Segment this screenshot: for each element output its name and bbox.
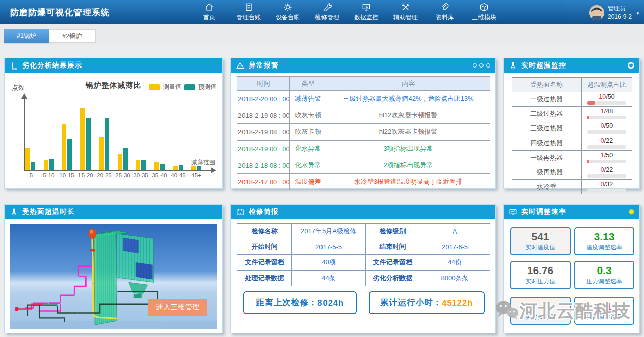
- x-tick-label: 45+: [185, 172, 207, 178]
- alarm-time-cell: 2018-2-19 00 : 00: [237, 141, 290, 157]
- maintenance-row: 文件记录留档40项文件记录留档44份: [237, 255, 490, 271]
- surface-name-cell: 一级再热器: [512, 151, 582, 165]
- boiler-3d-scene[interactable]: 进入三维管理: [10, 224, 217, 329]
- bar-group-10-15: [62, 124, 72, 170]
- overtemp-numerator: 0: [601, 122, 604, 129]
- panel-alarms-header: 异常报警: [231, 58, 495, 73]
- nav-item-home[interactable]: 首页: [196, 0, 222, 24]
- overtemp-row: 一级过热器10/50: [512, 92, 632, 107]
- nav-item-monitor[interactable]: 数据监控: [353, 0, 379, 24]
- tools-icon: [400, 2, 411, 12]
- maintenance-label-cell: 开始时间: [237, 239, 292, 255]
- nav-item-gear[interactable]: 设备台帐: [275, 0, 301, 24]
- alarm-time-cell: 2018-2-18 08 : 00: [237, 157, 290, 174]
- alarm-pager-dots[interactable]: [473, 63, 490, 68]
- rate-card-实时温度值: 541实时温度值: [510, 227, 571, 255]
- rate-label: 温度调整速率: [575, 243, 633, 252]
- rate-label: 实时压力值: [511, 277, 570, 286]
- surface-name-cell: 二级再热器: [512, 165, 582, 180]
- dashboard-root: 防磨防爆可视化管理系统 首页管理台账设备台帐检修管理数据监控辅助管理资料库三维模…: [0, 0, 644, 337]
- overtemp-numerator: 1: [601, 108, 604, 115]
- legend-label: 测量值: [163, 83, 181, 91]
- nav-item-cube[interactable]: 三维模块: [471, 0, 497, 24]
- maintenance-value-cell: 44份: [420, 255, 490, 271]
- bar-预测值: [86, 118, 91, 170]
- home-icon: [204, 2, 214, 12]
- alarm-time-cell: 2018-2-19 08 : 00: [237, 124, 290, 141]
- overtemp-numerator: 0: [601, 181, 604, 188]
- chevron-down-icon[interactable]: ▼: [636, 11, 640, 16]
- overtemp-numerator: 10: [599, 93, 606, 100]
- bar-测量值: [62, 124, 66, 170]
- panel-3d-header: 受热面超温时长: [5, 205, 222, 219]
- alarm-content-cell: 3项指标出现异常: [327, 141, 490, 157]
- rate-card-实时压力值: 16.76实时压力值: [510, 261, 571, 289]
- alarm-type-cell: 吹灰卡顿: [290, 124, 327, 141]
- button-value: 8024h: [317, 298, 344, 308]
- maintenance-table: 检修名称2017年5月A级检修检修级别A开始时间2017-5-5结束时间2017…: [237, 223, 490, 286]
- alarm-column-header: 类型: [290, 77, 327, 91]
- overtemp-row: 一级再热器1/50: [512, 151, 632, 165]
- dot-icon[interactable]: [473, 63, 477, 68]
- tab-boiler-1[interactable]: #1锅炉: [4, 29, 49, 43]
- bar-group-5-10: [44, 159, 54, 170]
- alarm-row: 2018-2-17 00 : 00温度偏差水冷壁3根管道温度明显高于临近管排: [237, 174, 490, 190]
- overtemp-ratio-cell: 0/22: [582, 165, 632, 180]
- alarm-column-header: 内容: [327, 77, 490, 91]
- radio-indicator-icon[interactable]: [628, 62, 634, 69]
- legend-swatch: [149, 84, 160, 90]
- alarm-row: 2018-2-19 08 : 00吹灰卡顿hl22吹灰器卡顿报警: [237, 124, 490, 141]
- nav-item-paperclip[interactable]: 资料库: [432, 0, 458, 24]
- surface-name-cell: 三级过热器: [512, 121, 582, 136]
- ledger-icon: [244, 2, 254, 12]
- user-menu[interactable]: 管理员 2016-9-2: [589, 4, 632, 22]
- dot-icon[interactable]: [486, 63, 490, 68]
- rate-value: 0.3: [575, 264, 633, 277]
- overtemp-numerator: 0: [601, 137, 604, 144]
- alarm-column-header: 时间: [237, 77, 290, 91]
- legend-swatch: [184, 84, 195, 90]
- legend-label: 预测值: [198, 83, 216, 91]
- nav-item-label: 首页: [203, 13, 215, 22]
- surface-name-cell: 水冷壁: [512, 180, 582, 194]
- alarm-time-cell: 2018-2-19 08 : 00: [237, 107, 290, 124]
- maintenance-value-cell: 40项: [292, 255, 366, 271]
- alarm-time-cell: 2018-2-20 00 : 00: [237, 91, 290, 107]
- panel-title: 异常报警: [249, 61, 279, 70]
- panel-title: 受热面超温时长: [22, 207, 75, 216]
- warning-icon: [236, 61, 245, 70]
- wrench-icon: [322, 2, 332, 12]
- nav-item-ledger[interactable]: 管理台账: [235, 0, 262, 24]
- surface-name-cell: 二级过热器: [512, 107, 582, 121]
- tab-boiler-2[interactable]: #2锅炉: [49, 29, 96, 43]
- monitor-chart-icon: [509, 208, 517, 216]
- panel-overtemp-duration-3d: 受热面超温时长: [4, 204, 223, 333]
- enter-3d-management-button[interactable]: 进入三维管理: [148, 299, 207, 316]
- panel-overtemp-monitor: 实时超温监控 受热面名称超温测点占比 一级过热器10/50二级过热器1/48三级…: [503, 58, 640, 189]
- since-last-maintenance-button[interactable]: 距离上次检修：8024h: [243, 291, 357, 314]
- rate-value: [511, 300, 570, 312]
- nav-item-wrench[interactable]: 检修管理: [314, 0, 340, 24]
- alarm-content-cell: hl12吹灰器卡顿报警: [327, 107, 490, 124]
- bar-测量值: [191, 166, 196, 170]
- calendar-icon: [236, 208, 245, 216]
- bar-测量值: [99, 137, 104, 170]
- bar-测量值: [44, 160, 48, 170]
- rate-label: 实时温度值: [511, 243, 570, 252]
- overtemp-progress-track: [587, 160, 626, 163]
- status-indicator-icon[interactable]: [629, 209, 634, 215]
- panel-degradation-header: 劣化分析结果展示: [5, 58, 222, 73]
- total-running-hours-button[interactable]: 累计运行小时：45122h: [369, 291, 485, 314]
- panel-rates-header: 实时调整速率: [504, 205, 639, 219]
- nav-item-tools[interactable]: 辅助管理: [392, 0, 419, 24]
- rate-card-温度调整速率: 3.13温度调整速率: [574, 227, 634, 255]
- dot-icon[interactable]: [479, 63, 484, 68]
- x-axis: [24, 170, 212, 171]
- maintenance-value-cell: 8000条条: [420, 271, 490, 286]
- monitor-icon: [361, 2, 371, 12]
- bar-group-40-45: [173, 165, 183, 170]
- overtemp-table-head: 受热面名称超温测点占比: [512, 78, 632, 92]
- rate-value: 16.76: [511, 264, 570, 277]
- bar-预测值: [67, 139, 72, 170]
- surface-name-cell: 四级过热器: [512, 136, 582, 151]
